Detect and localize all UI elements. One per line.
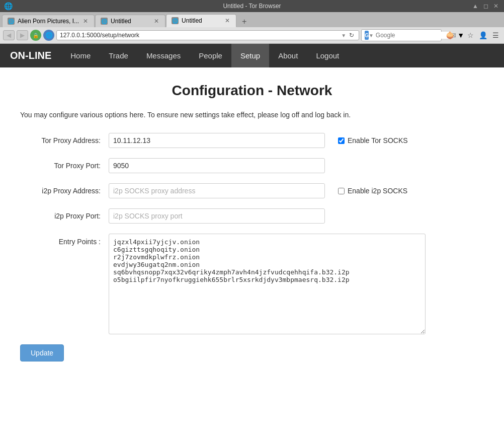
tab-label-2: Untitled xyxy=(111,18,150,25)
close-button[interactable]: ✕ xyxy=(492,3,500,10)
nav-messages[interactable]: Messages xyxy=(137,44,190,67)
tor-proxy-address-input[interactable] xyxy=(109,133,325,148)
i2p-proxy-address-input[interactable] xyxy=(109,183,325,198)
search-dropdown-icon[interactable]: ▼ xyxy=(369,33,374,38)
enable-i2p-socks-checkbox[interactable] xyxy=(338,188,345,194)
url-dropdown-icon[interactable]: ▼ xyxy=(340,33,348,38)
tab-bar: 🌐 Alien Porn Pictures, I... ✕ 🌐 Untitled… xyxy=(0,12,504,27)
bookmarks-star-button[interactable]: ☆ xyxy=(465,30,476,40)
enable-tor-socks-label: Enable Tor SOCKS xyxy=(348,136,408,144)
config-form: Tor Proxy Address: Enable Tor SOCKS Tor … xyxy=(20,133,484,334)
forward-button[interactable]: ▶ xyxy=(17,30,28,40)
main-content: Configuration - Network You may configur… xyxy=(0,67,504,435)
app-logo: ON-LINE xyxy=(0,45,61,66)
tor-proxy-address-label: Tor Proxy Address: xyxy=(20,136,101,144)
title-bar: 🌐 Untitled - Tor Browser ▲ ◻ ✕ xyxy=(0,0,504,12)
window-controls: ▲ ◻ ✕ xyxy=(471,3,500,10)
nav-logout[interactable]: Logout xyxy=(307,44,348,67)
nav-bar: ◀ ▶ 🔒 🌐 ▼ ↻ G ▼ ⊠ 🧅 ▼ ☆ 👤 ☰ xyxy=(0,27,504,44)
nav-home[interactable]: Home xyxy=(61,44,100,67)
tab-close-2[interactable]: ✕ xyxy=(153,18,160,25)
i2p-proxy-address-row: i2p Proxy Address: Enable i2p SOCKS xyxy=(20,183,484,198)
nav-tools: 🧅 ▼ ☆ 👤 ☰ xyxy=(444,30,501,40)
back-button[interactable]: ◀ xyxy=(3,30,15,40)
i2p-proxy-port-input[interactable] xyxy=(109,208,325,224)
browser-favicon: 🌐 xyxy=(4,2,13,10)
nav-trade[interactable]: Trade xyxy=(100,44,137,67)
identity-button[interactable]: 👤 xyxy=(477,30,489,40)
tab-close-1[interactable]: ✕ xyxy=(82,18,89,25)
url-bar-container: ▼ ↻ xyxy=(56,30,359,40)
tor-proxy-port-row: Tor Proxy Port: xyxy=(20,158,484,173)
tor-proxy-port-label: Tor Proxy Port: xyxy=(20,162,101,170)
app-nav-links: Home Trade Messages People Setup About L… xyxy=(61,44,504,67)
new-tab-button[interactable]: + xyxy=(239,16,249,27)
search-input[interactable] xyxy=(376,32,451,39)
tor-proxy-port-input[interactable] xyxy=(109,158,325,173)
enable-i2p-socks-group: Enable i2p SOCKS xyxy=(338,187,407,195)
nav-about[interactable]: About xyxy=(269,44,307,67)
entry-points-label: Entry Points : xyxy=(20,234,101,246)
entry-points-row: Entry Points : jqzxl4pxii7yjcjv.onion c6… xyxy=(20,234,484,334)
i2p-proxy-port-row: i2p Proxy Port: xyxy=(20,208,484,224)
app-nav: ON-LINE Home Trade Messages People Setup… xyxy=(0,44,504,67)
refresh-button[interactable]: ↻ xyxy=(348,32,356,39)
window-title: Untitled - Tor Browser xyxy=(223,3,281,10)
enable-tor-socks-checkbox[interactable] xyxy=(338,137,345,144)
restore-button[interactable]: ◻ xyxy=(482,3,490,10)
tor-proxy-address-row: Tor Proxy Address: Enable Tor SOCKS xyxy=(20,133,484,148)
tab-label-1: Alien Porn Pictures, I... xyxy=(18,18,79,25)
tab-favicon-1: 🌐 xyxy=(8,18,15,25)
tab-untitled-2[interactable]: 🌐 Untitled ✕ xyxy=(95,15,165,27)
enable-i2p-socks-label: Enable i2p SOCKS xyxy=(348,187,407,195)
nav-setup[interactable]: Setup xyxy=(231,44,269,67)
menu-button[interactable]: ☰ xyxy=(490,30,501,40)
i2p-proxy-port-label: i2p Proxy Port: xyxy=(20,212,101,220)
security-icon[interactable]: 🔒 xyxy=(30,30,41,41)
google-icon[interactable]: G xyxy=(365,31,369,40)
tab-favicon-3: 🌐 xyxy=(172,17,179,24)
page-title: Configuration - Network xyxy=(20,83,484,99)
browser-window: 🌐 Untitled - Tor Browser ▲ ◻ ✕ 🌐 Alien P… xyxy=(0,0,504,435)
dropdown-button[interactable]: ▼ xyxy=(457,31,464,39)
privacy-icon[interactable]: 🌐 xyxy=(43,30,54,41)
tab-label-3: Untitled xyxy=(182,17,221,24)
url-input[interactable] xyxy=(60,32,340,39)
nav-people[interactable]: People xyxy=(190,44,231,67)
update-button[interactable]: Update xyxy=(20,344,64,361)
tab-favicon-2: 🌐 xyxy=(101,18,108,25)
enable-tor-socks-group: Enable Tor SOCKS xyxy=(338,136,408,144)
minimize-button[interactable]: ▲ xyxy=(471,3,480,10)
tor-button[interactable]: 🧅 xyxy=(444,30,456,40)
i2p-proxy-address-label: i2p Proxy Address: xyxy=(20,187,101,195)
entry-points-textarea[interactable]: jqzxl4pxii7yjcjv.onion c6gizttsgqhoqity.… xyxy=(109,234,426,334)
search-container: G ▼ ⊠ xyxy=(361,29,442,41)
info-text: You may configure various options here. … xyxy=(20,111,484,119)
tab-untitled-3[interactable]: 🌐 Untitled ✕ xyxy=(166,14,236,27)
tab-close-3[interactable]: ✕ xyxy=(224,17,231,24)
tab-alien-porn[interactable]: 🌐 Alien Porn Pictures, I... ✕ xyxy=(2,15,95,27)
